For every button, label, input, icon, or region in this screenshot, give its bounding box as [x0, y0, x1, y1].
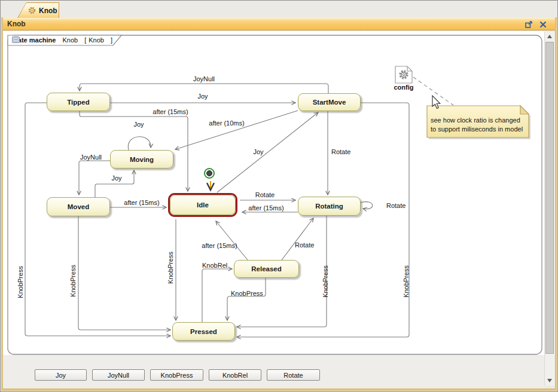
- state-idle[interactable]: Idle: [170, 195, 236, 215]
- simulation-button-panel: Joy JoyNull KnobPress KnobRel Rotate: [3, 355, 544, 388]
- state-pressed[interactable]: Pressed: [172, 322, 235, 341]
- transition-label[interactable]: after (15ms): [124, 199, 159, 206]
- vertical-scrollbar[interactable]: [544, 32, 554, 385]
- state-moving[interactable]: Moving: [110, 150, 173, 169]
- transition-moving-moved[interactable]: [79, 161, 110, 195]
- triangle-up-icon: [547, 35, 552, 38]
- frame-ref: Knob: [89, 36, 104, 44]
- close-icon[interactable]: [539, 20, 547, 29]
- transition-label[interactable]: KnobPress: [403, 265, 410, 298]
- app-window: Knob Knob: [0, 0, 558, 392]
- tab-knob[interactable]: Knob: [17, 2, 59, 18]
- button-joy[interactable]: Joy: [35, 369, 87, 381]
- button-joynull[interactable]: JoyNull: [92, 369, 145, 381]
- transition-label[interactable]: KnobPress: [322, 265, 329, 298]
- scroll-up-button[interactable]: [545, 32, 554, 41]
- transition-moving-self[interactable]: [128, 137, 151, 150]
- transition-label[interactable]: KnobPress: [69, 265, 77, 297]
- config-label[interactable]: config: [394, 84, 414, 91]
- tab-bar: Knob: [1, 1, 557, 18]
- button-rotate[interactable]: Rotate: [267, 369, 320, 381]
- transition-startmove-pressed[interactable]: [237, 103, 409, 337]
- diagram-title: Knob: [7, 20, 26, 28]
- transition-label[interactable]: KnobRel: [202, 262, 227, 269]
- transition-label[interactable]: after (10ms): [209, 120, 244, 127]
- transition-label[interactable]: Joy: [111, 174, 122, 182]
- transition-released-pressed[interactable]: [227, 278, 266, 320]
- note-text-line1: see how clock ratio is changed: [431, 117, 520, 124]
- diagram-canvas: JoyNull Joy after (15ms) after (10ms) Jo…: [3, 31, 544, 355]
- transition-tipped-pressed[interactable]: [25, 103, 170, 336]
- config-element[interactable]: config: [394, 66, 414, 91]
- state-rotating[interactable]: Rotating: [298, 197, 361, 216]
- state-released[interactable]: Released: [234, 260, 299, 278]
- transition-label[interactable]: JoyNull: [193, 75, 215, 82]
- transition-label[interactable]: KnobPress: [167, 252, 174, 284]
- note[interactable]: see how clock ratio is changed to suppor…: [427, 106, 530, 139]
- state-diagram-icon: [12, 36, 20, 43]
- diagram-title-bar: Knob: [1, 18, 557, 30]
- transition-released-idle[interactable]: [216, 221, 248, 260]
- diagram-frame-label: state machine Knob [Knob ]: [12, 36, 112, 44]
- transition-label[interactable]: Joy: [133, 121, 144, 128]
- transition-label[interactable]: Rotate: [386, 202, 405, 209]
- transition-label[interactable]: after (15ms): [153, 108, 188, 115]
- transition-label[interactable]: KnobPress: [17, 266, 24, 298]
- scrollbar-thumb[interactable]: [545, 42, 554, 354]
- transition-startmove-tipped[interactable]: [80, 84, 328, 93]
- transition-label[interactable]: Joy: [197, 93, 208, 100]
- button-knobrel[interactable]: KnobRel: [209, 369, 261, 381]
- gear-icon: [28, 7, 36, 14]
- state-tipped[interactable]: Tipped: [47, 93, 110, 111]
- restore-window-icon[interactable]: [525, 20, 533, 29]
- transition-label[interactable]: Rotate: [295, 241, 314, 249]
- diagram-layer: JoyNull Joy after (15ms) after (10ms) Jo…: [3, 31, 544, 355]
- transition-label[interactable]: Joy: [253, 148, 264, 155]
- transition-released-rotating[interactable]: [282, 218, 313, 260]
- diagram-frame: [8, 35, 542, 354]
- frame-name: Knob: [62, 36, 78, 44]
- scroll-down-button[interactable]: [545, 376, 554, 385]
- transition-moved-pressed[interactable]: [78, 216, 170, 330]
- transition-label[interactable]: KnobPress: [231, 290, 263, 297]
- triangle-down-icon: [547, 379, 552, 382]
- tab-label: Knob: [39, 7, 57, 15]
- transition-label[interactable]: Rotate: [255, 191, 275, 198]
- transition-rotating-self[interactable]: [361, 202, 373, 209]
- state-startmove[interactable]: StartMove: [298, 93, 361, 111]
- transition-startmove-moving[interactable]: [175, 111, 298, 149]
- selection-border-idle[interactable]: Idle: [168, 193, 237, 217]
- button-knobpress[interactable]: KnobPress: [150, 369, 203, 381]
- transition-label[interactable]: Rotate: [331, 148, 350, 155]
- note-text-line2: to support miliseconds in model: [431, 125, 523, 133]
- transition-label[interactable]: JoyNull: [80, 154, 102, 161]
- transition-label[interactable]: after (15ms): [202, 242, 237, 249]
- transition-label[interactable]: after (15ms): [248, 204, 283, 212]
- initial-state-node[interactable]: [204, 168, 215, 179]
- state-moved[interactable]: Moved: [47, 197, 110, 216]
